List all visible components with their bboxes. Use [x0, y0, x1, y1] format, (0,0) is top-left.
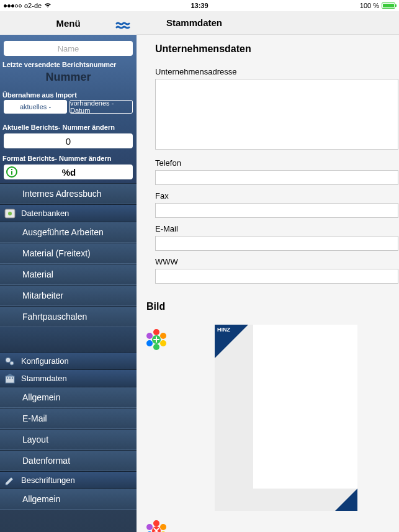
sidebar-item-fahrt[interactable]: Fahrtpauschalen [0, 306, 137, 327]
svg-point-18 [146, 340, 153, 346]
label-fax: Fax [155, 185, 399, 203]
sidebar-section-label: Beschriftungen [21, 476, 75, 485]
add-photo-button[interactable] [141, 325, 171, 354]
sidebar-item-mitarbeiter[interactable]: Mitarbeiter [0, 285, 137, 306]
email-field[interactable] [155, 236, 398, 251]
sidebar-item-material-frei[interactable]: Material (Freitext) [0, 243, 137, 264]
sidebar-section-label: Konfiguration [21, 356, 69, 366]
gears-icon [4, 355, 16, 367]
wifi-icon [44, 2, 52, 9]
status-time: 13:39 [191, 2, 208, 9]
www-field[interactable] [155, 269, 398, 284]
section-bild: Bild [137, 284, 399, 318]
sidebar-section-beschriftungen[interactable]: Beschriftungen [0, 471, 137, 489]
sidebar: Menü Letzte versendete Berichtsnummer Nu… [0, 11, 137, 532]
svg-point-26 [146, 524, 153, 530]
svg-point-5 [6, 358, 11, 363]
svg-marker-12 [6, 477, 13, 485]
main-header: Stammdaten [137, 11, 399, 35]
database-icon [4, 207, 16, 220]
last-sent-value: Nummer [0, 70, 137, 89]
sidebar-section-label: Datenbanken [21, 209, 69, 218]
status-bar: o2-de 13:39 100 % [0, 0, 399, 11]
svg-point-15 [160, 333, 166, 339]
sidebar-header: Menü [0, 11, 137, 35]
sidebar-item-allgemein2[interactable]: Allgemein [0, 489, 137, 510]
format-number-label: Format Berichts- Nummer ändern [0, 152, 137, 163]
brand-wave-icon [115, 16, 130, 31]
svg-point-16 [160, 340, 166, 346]
svg-point-21 [153, 520, 159, 526]
section-unternehmensdaten: Unternehmensdaten [137, 35, 399, 61]
sidebar-section-stammdaten[interactable]: Stammdaten [0, 369, 137, 387]
sidebar-item-datenformat[interactable]: Datenformat [0, 450, 137, 471]
name-input[interactable] [4, 41, 133, 56]
sidebar-item-adressbuch[interactable]: Internes Adressbuch [0, 183, 137, 204]
svg-rect-10 [12, 377, 13, 379]
page-title: Stammdaten [166, 17, 222, 28]
last-sent-label: Letzte versendete Berichtsnummer [0, 58, 137, 70]
svg-rect-7 [6, 376, 14, 383]
pen-icon [4, 474, 16, 487]
battery-icon [382, 2, 395, 9]
label-adresse: Unternehmensadresse [155, 61, 399, 79]
fax-field[interactable] [155, 203, 398, 218]
svg-rect-9 [9, 377, 11, 379]
svg-rect-2 [11, 169, 12, 170]
seg-existing-button[interactable]: vorhandenes - Datum [69, 100, 133, 114]
battery-percent: 100 % [360, 2, 379, 9]
current-number-field[interactable]: 0 [4, 133, 133, 148]
sidebar-item-arbeiten[interactable]: Ausgeführte Arbeiten [0, 222, 137, 243]
svg-point-4 [8, 212, 12, 215]
sidebar-item-layout[interactable]: Layout [0, 429, 137, 450]
svg-marker-11 [6, 374, 14, 376]
sidebar-item-material[interactable]: Material [0, 264, 137, 285]
label-www: WWW [155, 251, 399, 269]
import-segment: aktuelles - vorhandenes - Datum [0, 100, 137, 117]
adresse-textarea[interactable] [155, 79, 398, 150]
info-icon[interactable] [5, 165, 19, 179]
sidebar-section-datenbanken[interactable]: Datenbanken [0, 204, 137, 222]
logo-preview: HINZ [215, 325, 357, 511]
label-telefon: Telefon [155, 152, 399, 170]
logo-corner-text: HINZ [217, 327, 230, 333]
svg-point-22 [160, 524, 166, 530]
format-number-field[interactable]: %d [4, 165, 133, 179]
import-section-label: Übernahme aus Import [0, 89, 137, 100]
format-value: %d [19, 167, 133, 178]
svg-rect-1 [11, 171, 12, 175]
svg-point-6 [10, 361, 14, 365]
sidebar-item-email[interactable]: E-Mail [0, 408, 137, 429]
change-number-label: Aktuelle Berichts- Nummer ändern [0, 117, 137, 132]
sidebar-section-konfiguration[interactable]: Konfiguration [0, 352, 137, 369]
logo-corner-tl: HINZ [215, 325, 248, 358]
seg-current-button[interactable]: aktuelles - [4, 100, 67, 114]
logo-corner-br [335, 489, 357, 511]
telefon-field[interactable] [155, 170, 398, 185]
signal-dots-icon [4, 4, 22, 7]
sidebar-item-allgemein[interactable]: Allgemein [0, 387, 137, 408]
building-icon [4, 372, 16, 385]
sidebar-section-label: Stammdaten [21, 374, 67, 383]
label-email: E-Mail [155, 218, 399, 236]
carrier-label: o2-de [24, 2, 42, 9]
sidebar-title: Menü [56, 18, 80, 29]
svg-point-17 [153, 344, 159, 350]
svg-point-14 [153, 329, 159, 335]
svg-rect-8 [7, 377, 8, 379]
remove-photo-button[interactable] [141, 516, 171, 532]
svg-point-19 [146, 333, 153, 339]
main-panel: Stammdaten Unternehmensdaten Unternehmen… [137, 11, 399, 532]
